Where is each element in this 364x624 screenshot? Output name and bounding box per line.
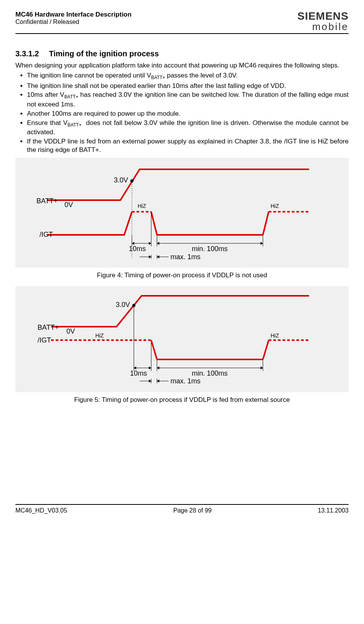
svg-text:0V: 0V [67, 327, 75, 335]
figure-4-caption: Figure 4: Timing of power-on process if … [15, 272, 349, 279]
footer-right: 13.11.2003 [318, 507, 349, 514]
bullet-list: The ignition line cannot be operated unt… [15, 71, 349, 154]
svg-text:3.0V: 3.0V [116, 301, 130, 309]
svg-text:min. 100ms: min. 100ms [192, 245, 228, 253]
svg-text:max. 1ms: max. 1ms [171, 253, 201, 261]
page-footer: MC46_HD_V03.05 Page 28 of 99 13.11.2003 [15, 504, 349, 514]
list-item: Another 100ms are required to power up t… [27, 110, 349, 118]
footer-left: MC46_HD_V03.05 [15, 507, 67, 514]
svg-text:/IGT: /IGT [40, 231, 53, 238]
doc-title: MC46 Hardware Interface Description [15, 11, 131, 19]
logo-top: SIEMENS [297, 11, 349, 22]
svg-text:HiZ: HiZ [271, 203, 279, 209]
figure-4-diagram: 3.0V 0V BATT+ HiZ HiZ /IG [15, 158, 349, 268]
svg-text:10ms: 10ms [129, 245, 146, 253]
svg-text:0V: 0V [65, 201, 73, 209]
svg-text:HiZ: HiZ [271, 332, 279, 339]
svg-text:/IGT: /IGT [38, 336, 51, 344]
figure-5-caption: Figure 5: Timing of power-on process if … [15, 396, 349, 404]
svg-point-0 [131, 179, 134, 182]
list-item: 10ms after VBATT+ has reached 3.0V the i… [27, 91, 349, 108]
list-item: The ignition line shall not be operated … [27, 82, 349, 90]
intro-paragraph: When designing your application platform… [15, 61, 349, 70]
svg-text:BATT+: BATT+ [38, 324, 59, 331]
svg-text:10ms: 10ms [130, 369, 147, 377]
content: 3.3.1.2Timing of the ignition process Wh… [15, 34, 349, 404]
siemens-logo: SIEMENS mobile [297, 11, 349, 32]
page-header: MC46 Hardware Interface Description Conf… [15, 11, 349, 34]
svg-text:max. 1ms: max. 1ms [171, 377, 201, 385]
footer-center: Page 28 of 99 [173, 507, 212, 514]
svg-point-23 [133, 304, 136, 307]
svg-text:HiZ: HiZ [96, 332, 104, 339]
list-item: The ignition line cannot be operated unt… [27, 71, 349, 81]
list-item: Ensure that VBATT+ does not fall below 3… [27, 119, 349, 137]
figure-5-diagram: 3.0V 0V BATT+ HiZ HiZ /IGT [15, 286, 349, 392]
logo-bottom: mobile [297, 22, 349, 32]
section-number: 3.3.1.2 [15, 49, 39, 58]
doc-confidential: Confidential / Released [15, 19, 131, 25]
svg-text:HiZ: HiZ [138, 203, 146, 209]
svg-text:min. 100ms: min. 100ms [192, 369, 228, 377]
svg-text:3.0V: 3.0V [114, 176, 128, 184]
svg-text:BATT+: BATT+ [37, 197, 58, 205]
section-title: Timing of the ignition process [49, 49, 159, 58]
section-heading: 3.3.1.2Timing of the ignition process [15, 49, 349, 58]
list-item: If the VDDLP line is fed from an externa… [27, 137, 349, 154]
